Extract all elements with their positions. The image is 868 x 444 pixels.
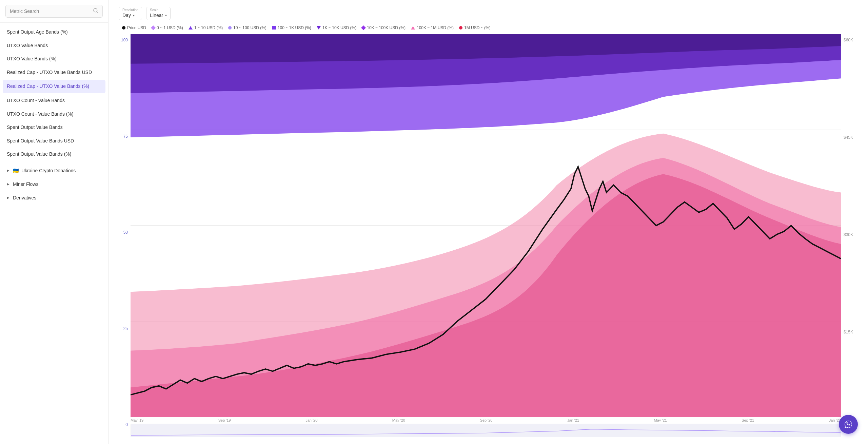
- mini-chart-svg: [131, 424, 841, 437]
- legend-item-1k-10k-usd: 1K ~ 10K USD (%): [317, 25, 356, 30]
- resolution-dropdown-arrow: ▾: [133, 14, 135, 17]
- y-axis-left: 100 75 50 25 0: [119, 34, 131, 437]
- resolution-control[interactable]: Resolution Day ▾: [119, 7, 142, 20]
- x-label-may19: May '19: [131, 418, 143, 422]
- legend-color-10-100-usd: [228, 26, 232, 30]
- sidebar-item-utxo-count-value-bands[interactable]: UTXO Count - Value Bands: [0, 94, 108, 108]
- y-label-50: 50: [123, 230, 128, 235]
- legend-label-10-100-usd: 10 ~ 100 USD (%): [233, 25, 267, 30]
- sidebar-item-utxo-value-bands-pct[interactable]: UTXO Value Bands (%): [0, 52, 108, 66]
- y-right-label-30k: $30K: [844, 232, 858, 237]
- legend-color-1k-10k-usd: [317, 26, 321, 30]
- x-label-may20: May '20: [392, 418, 405, 422]
- chart-area: Resolution Day ▾ Scale Linear ▾ Price US…: [108, 0, 868, 444]
- search-container: [0, 0, 108, 23]
- ukraine-flag: 🇺🇦: [13, 168, 19, 173]
- sidebar-item-spent-output-value-bands-usd[interactable]: Spent Output Value Bands USD: [0, 134, 108, 148]
- sidebar-item-spent-output-value-bands[interactable]: Spent Output Value Bands: [0, 121, 108, 134]
- svg-point-0: [94, 8, 97, 12]
- legend-item-10k-100k-usd: 10K ~ 100K USD (%): [362, 25, 406, 30]
- legend-label-1m-usd: 1M USD ~ (%): [464, 25, 491, 30]
- y-label-100: 100: [121, 38, 128, 42]
- main-chart-svg: [131, 34, 841, 417]
- controls: Resolution Day ▾ Scale Linear ▾: [119, 7, 858, 20]
- sidebar-category-miner-flows-label: Miner Flows: [13, 181, 38, 187]
- sidebar: Spent Output Age Bands (%) UTXO Value Ba…: [0, 0, 108, 444]
- x-label-may21: May '21: [654, 418, 667, 422]
- x-label-sep19: Sep '19: [218, 418, 231, 422]
- chevron-right-icon: ▶: [7, 169, 9, 172]
- y-label-25: 25: [123, 326, 128, 331]
- legend-label-0-1-usd: 0 ~ 1 USD (%): [157, 25, 183, 30]
- x-label-jan20: Jan '20: [305, 418, 317, 422]
- y-right-label-45k: $45K: [844, 135, 858, 140]
- y-label-75: 75: [123, 134, 128, 139]
- chart-and-xaxis: May '19 Sep '19 Jan '20 May '20 Sep '20 …: [131, 34, 841, 437]
- scale-select[interactable]: Linear ▾: [146, 12, 170, 20]
- chevron-right-icon-3: ▶: [7, 196, 9, 199]
- sidebar-item-spent-output-age-bands-pct[interactable]: Spent Output Age Bands (%): [0, 25, 108, 39]
- scale-value: Linear: [150, 13, 163, 18]
- legend-item-1-10-usd: 1 ~ 10 USD (%): [189, 25, 223, 30]
- legend-item-100-1k-usd: 100 ~ 1K USD (%): [272, 25, 311, 30]
- sidebar-category-ukraine[interactable]: ▶ 🇺🇦 Ukraine Crypto Donations: [0, 164, 108, 177]
- x-label-sep20: Sep '20: [480, 418, 492, 422]
- sidebar-item-utxo-count-value-bands-pct[interactable]: UTXO Count - Value Bands (%): [0, 108, 108, 121]
- sidebar-item-realized-cap-utxo-value-bands-usd[interactable]: Realized Cap - UTXO Value Bands USD: [0, 66, 108, 79]
- legend-label-100-1k-usd: 100 ~ 1K USD (%): [278, 25, 311, 30]
- legend-item-0-1-usd: 0 ~ 1 USD (%): [152, 25, 183, 30]
- search-box: [5, 5, 103, 18]
- mini-chart[interactable]: [131, 424, 841, 437]
- y-right-label-15k: $15K: [844, 330, 858, 334]
- search-icon: [93, 8, 98, 15]
- resolution-label: Resolution: [119, 7, 142, 12]
- sidebar-category-ukraine-label: Ukraine Crypto Donations: [21, 168, 76, 173]
- chevron-right-icon-2: ▶: [7, 182, 9, 186]
- legend-color-10k-100k-usd: [361, 25, 366, 30]
- sidebar-category-derivatives-label: Derivatives: [13, 195, 36, 200]
- legend-item-price-usd: Price USD: [122, 25, 146, 30]
- chat-icon: [844, 420, 853, 429]
- legend-color-price-usd: [122, 26, 125, 30]
- sidebar-item-spent-output-value-bands-pct[interactable]: Spent Output Value Bands (%): [0, 148, 108, 161]
- y-right-label-60k: $60K: [844, 38, 858, 42]
- legend-label-100k-1m-usd: 100K ~ 1M USD (%): [417, 25, 454, 30]
- legend-color-0-1-usd: [151, 25, 156, 30]
- chart-wrapper: 100 75 50 25 0: [119, 34, 858, 437]
- chat-button[interactable]: [839, 415, 858, 434]
- y-axis-right: $60K $45K $30K $15K: [841, 34, 858, 437]
- x-label-jan21: Jan '21: [567, 418, 579, 422]
- sidebar-category-derivatives[interactable]: ▶ Derivatives: [0, 191, 108, 205]
- x-axis: May '19 Sep '19 Jan '20 May '20 Sep '20 …: [131, 417, 841, 422]
- legend-item-100k-1m-usd: 100K ~ 1M USD (%): [411, 25, 454, 30]
- resolution-value: Day: [122, 13, 131, 18]
- scale-dropdown-arrow: ▾: [165, 14, 167, 17]
- x-label-sep21: Sep '21: [742, 418, 754, 422]
- legend-item-1m-usd: 1M USD ~ (%): [459, 25, 491, 30]
- main-content: Resolution Day ▾ Scale Linear ▾ Price US…: [108, 0, 868, 444]
- legend-label-10k-100k-usd: 10K ~ 100K USD (%): [367, 25, 406, 30]
- legend-label-price-usd: Price USD: [127, 25, 146, 30]
- sidebar-item-realized-cap-utxo-value-bands-pct[interactable]: Realized Cap - UTXO Value Bands (%): [3, 80, 105, 93]
- resolution-select[interactable]: Day ▾: [119, 12, 142, 20]
- svg-line-1: [97, 12, 98, 13]
- legend-color-100-1k-usd: [272, 26, 276, 30]
- scale-control[interactable]: Scale Linear ▾: [146, 7, 171, 20]
- chart-svg-container: [131, 34, 841, 417]
- legend-color-1-10-usd: [189, 26, 193, 30]
- legend-item-10-100-usd: 10 ~ 100 USD (%): [228, 25, 267, 30]
- legend-color-100k-1m-usd: [411, 26, 415, 30]
- search-input[interactable]: [10, 8, 93, 14]
- sidebar-list: Spent Output Age Bands (%) UTXO Value Ba…: [0, 23, 108, 164]
- y-label-0: 0: [125, 422, 128, 427]
- legend-label-1k-10k-usd: 1K ~ 10K USD (%): [322, 25, 356, 30]
- legend: Price USD 0 ~ 1 USD (%) 1 ~ 10 USD (%) 1…: [119, 25, 858, 30]
- sidebar-category-miner-flows[interactable]: ▶ Miner Flows: [0, 177, 108, 191]
- scale-label: Scale: [146, 7, 170, 12]
- legend-color-1m-usd: [459, 26, 462, 30]
- legend-label-1-10-usd: 1 ~ 10 USD (%): [194, 25, 223, 30]
- sidebar-item-utxo-value-bands[interactable]: UTXO Value Bands: [0, 39, 108, 53]
